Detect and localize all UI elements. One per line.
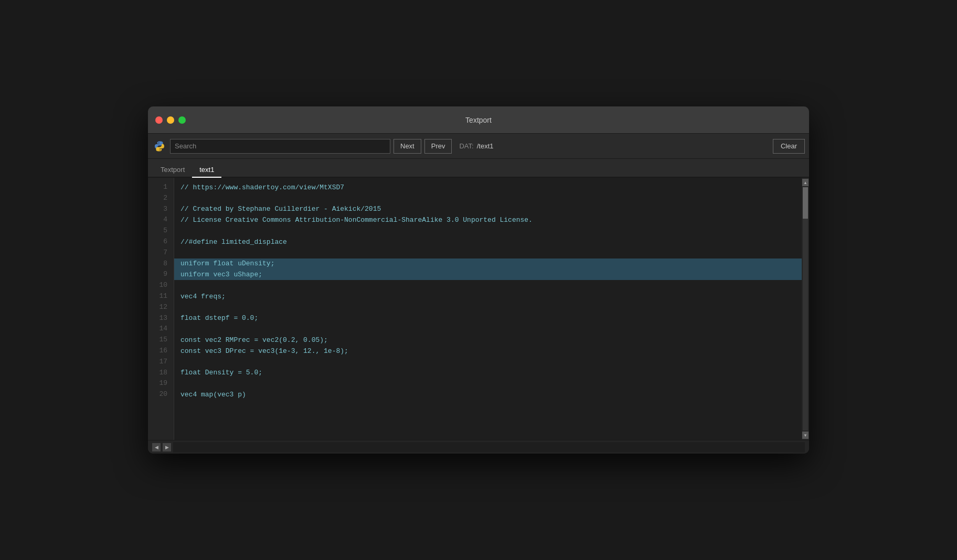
search-input[interactable] bbox=[171, 139, 390, 153]
code-line[interactable] bbox=[174, 193, 802, 204]
code-line[interactable]: uniform float uDensity; bbox=[174, 259, 802, 270]
line-number: 12 bbox=[148, 302, 174, 313]
code-line[interactable]: const vec3 DPrec = vec3(1e-3, 12., 1e-8)… bbox=[174, 346, 802, 357]
line-number: 19 bbox=[148, 378, 174, 389]
code-line[interactable]: float dstepf = 0.0; bbox=[174, 313, 802, 324]
code-text: // License Creative Commons Attribution-… bbox=[180, 217, 533, 223]
code-line[interactable] bbox=[174, 225, 802, 236]
minimize-button[interactable] bbox=[167, 116, 174, 124]
line-number: 8 bbox=[148, 259, 174, 270]
line-number: 7 bbox=[148, 247, 174, 259]
line-numbers: 1234567891011121314151617181920 bbox=[148, 178, 174, 440]
code-text: //#define limited_displace bbox=[180, 239, 287, 245]
tab-textport[interactable]: Textport bbox=[153, 163, 192, 178]
dat-value: /text1 bbox=[477, 142, 770, 150]
code-line[interactable] bbox=[174, 324, 802, 335]
python-icon bbox=[152, 139, 167, 154]
scroll-up-arrow[interactable]: ▲ bbox=[802, 179, 809, 186]
code-text: // Created by Stephane Cuillerdier - Aie… bbox=[180, 206, 381, 212]
scroll-track bbox=[803, 187, 808, 430]
line-number: 10 bbox=[148, 280, 174, 291]
code-text: float dstepf = 0.0; bbox=[180, 315, 258, 321]
line-number: 6 bbox=[148, 236, 174, 247]
line-number: 14 bbox=[148, 324, 174, 335]
code-text: uniform float uDensity; bbox=[180, 260, 274, 267]
code-line[interactable]: // Created by Stephane Cuillerdier - Aie… bbox=[174, 204, 802, 215]
scroll-right-button[interactable]: ▶ bbox=[163, 443, 171, 451]
window-title: Textport bbox=[465, 116, 492, 124]
code-line[interactable]: // https://www.shadertoy.com/view/MtXSD7 bbox=[174, 182, 802, 193]
maximize-button[interactable] bbox=[178, 116, 186, 124]
line-number: 13 bbox=[148, 313, 174, 324]
toolbar: Next Prev DAT: /text1 Clear bbox=[148, 134, 809, 159]
line-number: 9 bbox=[148, 269, 174, 280]
code-line[interactable]: //#define limited_displace bbox=[174, 236, 802, 247]
code-text: uniform vec3 uShape; bbox=[180, 271, 262, 278]
vertical-scrollbar[interactable]: ▲ ▼ bbox=[802, 178, 809, 440]
code-line[interactable]: const vec2 RMPrec = vec2(0.2, 0.05); bbox=[174, 335, 802, 346]
scroll-thumb[interactable] bbox=[803, 187, 808, 219]
code-text: // https://www.shadertoy.com/view/MtXSD7 bbox=[180, 184, 344, 191]
statusbar: ◀ ▶ bbox=[148, 440, 809, 454]
code-line[interactable]: // License Creative Commons Attribution-… bbox=[174, 214, 802, 225]
line-number: 2 bbox=[148, 193, 174, 204]
code-line[interactable] bbox=[174, 357, 802, 368]
line-number: 18 bbox=[148, 368, 174, 379]
line-number: 15 bbox=[148, 335, 174, 346]
editor-area: 1234567891011121314151617181920 // https… bbox=[148, 178, 809, 440]
code-line[interactable]: float Density = 5.0; bbox=[174, 368, 802, 379]
code-text: vec4 map(vec3 p) bbox=[180, 391, 246, 398]
status-input[interactable] bbox=[173, 442, 805, 453]
line-number: 20 bbox=[148, 389, 174, 400]
scroll-left-button[interactable]: ◀ bbox=[152, 443, 161, 451]
code-line[interactable] bbox=[174, 302, 802, 313]
line-number: 3 bbox=[148, 204, 174, 215]
line-number: 1 bbox=[148, 182, 174, 193]
window-controls bbox=[155, 116, 186, 124]
line-number: 17 bbox=[148, 357, 174, 368]
code-line[interactable] bbox=[174, 378, 802, 389]
code-line[interactable]: vec4 freqs; bbox=[174, 291, 802, 302]
line-number: 16 bbox=[148, 346, 174, 357]
tabs-bar: Textport text1 bbox=[148, 159, 809, 178]
line-number: 5 bbox=[148, 225, 174, 236]
search-container bbox=[170, 139, 390, 154]
code-text: float Density = 5.0; bbox=[180, 369, 262, 376]
code-line[interactable]: vec4 map(vec3 p) bbox=[174, 389, 802, 400]
prev-button[interactable]: Prev bbox=[424, 139, 452, 154]
code-line[interactable] bbox=[174, 280, 802, 291]
main-window: Textport Ne bbox=[148, 106, 809, 454]
line-number: 4 bbox=[148, 214, 174, 225]
code-text: const vec2 RMPrec = vec2(0.2, 0.05); bbox=[180, 337, 328, 343]
code-text: const vec3 DPrec = vec3(1e-3, 12., 1e-8)… bbox=[180, 348, 348, 354]
tab-text1[interactable]: text1 bbox=[192, 163, 221, 178]
line-number: 11 bbox=[148, 291, 174, 302]
code-line[interactable]: uniform vec3 uShape; bbox=[174, 269, 802, 280]
code-text: vec4 freqs; bbox=[180, 293, 226, 300]
close-button[interactable] bbox=[155, 116, 163, 124]
code-line[interactable] bbox=[174, 247, 802, 259]
clear-button[interactable]: Clear bbox=[773, 139, 805, 154]
dat-label: DAT: bbox=[459, 142, 473, 150]
titlebar: Textport bbox=[148, 106, 809, 134]
scroll-down-arrow[interactable]: ▼ bbox=[802, 432, 809, 439]
next-button[interactable]: Next bbox=[394, 139, 421, 154]
code-content[interactable]: // https://www.shadertoy.com/view/MtXSD7… bbox=[174, 178, 802, 440]
